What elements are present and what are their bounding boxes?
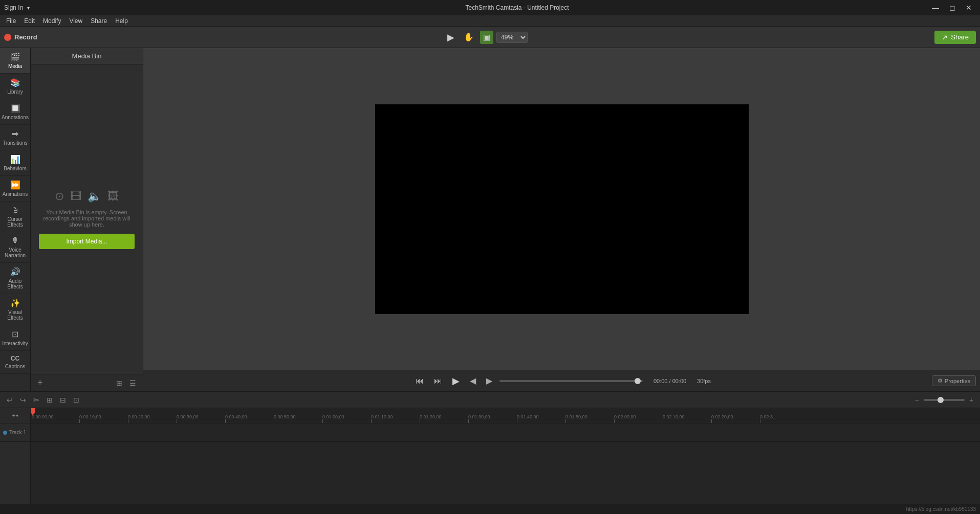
time-total: 00:00 bbox=[672, 378, 687, 384]
record-button[interactable]: Record bbox=[4, 33, 37, 41]
interactivity-icon: ⊡ bbox=[12, 329, 18, 339]
canvas-area bbox=[143, 48, 980, 370]
grid-view-button[interactable]: ⊞ bbox=[114, 378, 125, 388]
ruler-tick-1 bbox=[79, 419, 80, 423]
menu-edit[interactable]: Edit bbox=[20, 16, 39, 26]
menu-file[interactable]: File bbox=[2, 16, 20, 26]
track-name-body: Track 1 bbox=[0, 423, 30, 504]
prev-frame-button[interactable]: ◀ bbox=[467, 374, 479, 388]
sidebar-label-library: Library bbox=[7, 89, 23, 95]
ruler-label-5: 0:00:50;00 bbox=[274, 414, 296, 419]
ruler-container: 0:00:00;00 0:00:10;00 0:00:20;00 0:00:30… bbox=[31, 408, 980, 423]
ruler-tick-5 bbox=[274, 419, 274, 423]
media-icon: 🎬 bbox=[10, 52, 20, 62]
view-toggle: ⊞ ☰ bbox=[114, 378, 139, 388]
annotations-icon: 🔲 bbox=[10, 103, 20, 113]
record-media-icon: ⊙ bbox=[55, 190, 64, 203]
menubar: File Edit Modify View Share Help bbox=[0, 15, 980, 27]
close-button[interactable]: ✕ bbox=[962, 3, 976, 13]
step-forward-button[interactable]: ⏭ bbox=[431, 374, 445, 388]
next-frame-button[interactable]: ▶ bbox=[483, 374, 495, 388]
add-track-button[interactable]: + bbox=[12, 412, 15, 419]
ruler-tick-9 bbox=[468, 419, 469, 423]
rewind-button[interactable]: ⏮ bbox=[412, 374, 427, 388]
sidebar-label-audio-effects: Audio Effects bbox=[2, 278, 28, 289]
sidebar-item-voice-narration[interactable]: 🎙 Voice Narration bbox=[0, 232, 30, 263]
sidebar-label-transitions: Transitions bbox=[3, 140, 28, 146]
sidebar-item-cursor-effects[interactable]: 🖱 Cursor Effects bbox=[0, 202, 30, 232]
sidebar: 🎬 Media 📚 Library 🔲 Annotations ➡ Transi… bbox=[0, 48, 31, 391]
record-label: Record bbox=[14, 33, 37, 41]
transitions-icon: ➡ bbox=[12, 129, 18, 139]
undo-button[interactable]: ↩ bbox=[4, 395, 15, 405]
properties-button[interactable]: ⚙ Properties bbox=[932, 375, 976, 386]
expand-tracks-button[interactable]: ▾ bbox=[16, 413, 18, 418]
sidebar-item-library[interactable]: 📚 Library bbox=[0, 74, 30, 99]
list-view-button[interactable]: ☰ bbox=[127, 378, 139, 388]
restore-button[interactable]: ◻ bbox=[945, 3, 960, 13]
copy-button[interactable]: ⊞ bbox=[44, 395, 55, 405]
sidebar-label-interactivity: Interactivity bbox=[2, 341, 28, 346]
sidebar-item-annotations[interactable]: 🔲 Annotations bbox=[0, 99, 30, 125]
zoom-out-button[interactable]: − bbox=[912, 395, 922, 405]
share-button[interactable]: ↗ Share bbox=[934, 31, 976, 44]
time-display: 00:00 / 00:00 bbox=[647, 378, 693, 384]
menu-share[interactable]: Share bbox=[86, 16, 111, 26]
track-labels: + ▾ Track 1 bbox=[0, 408, 31, 504]
zoom-select[interactable]: 49% 25% 50% 75% 100% bbox=[496, 32, 528, 43]
time-current: 00:00 bbox=[654, 378, 668, 384]
captions-icon: CC bbox=[11, 355, 19, 362]
ruler-label-15: 0:02:3... bbox=[760, 414, 777, 419]
ruler-tick-13 bbox=[663, 419, 663, 423]
track-row-1 bbox=[31, 423, 980, 442]
visual-effects-icon: ✨ bbox=[10, 298, 20, 308]
sidebar-item-behaviors[interactable]: 📊 Behaviors bbox=[0, 150, 30, 176]
voice-narration-icon: 🎙 bbox=[11, 236, 19, 245]
sidebar-item-interactivity[interactable]: ⊡ Interactivity bbox=[0, 325, 30, 351]
paste-button[interactable]: ⊟ bbox=[57, 395, 69, 405]
media-panel: Media Bin ⊙ 🎞 🔈 🖼 Your Media Bin is empt… bbox=[31, 48, 143, 391]
menu-modify[interactable]: Modify bbox=[39, 16, 65, 26]
sidebar-item-visual-effects[interactable]: ✨ Visual Effects bbox=[0, 294, 30, 325]
ruler-label-4: 0:00:40;00 bbox=[225, 414, 247, 419]
sidebar-item-transitions[interactable]: ➡ Transitions bbox=[0, 125, 30, 150]
minimize-button[interactable]: — bbox=[928, 3, 943, 13]
play-button[interactable]: ▶ bbox=[449, 373, 463, 389]
cut-button[interactable]: ✂ bbox=[31, 395, 42, 405]
more-button[interactable]: ⊡ bbox=[71, 395, 82, 405]
sidebar-item-captions[interactable]: CC Captions bbox=[0, 351, 30, 374]
import-media-button[interactable]: Import Media... bbox=[39, 234, 135, 249]
track-color-dot bbox=[3, 431, 7, 435]
redo-button[interactable]: ↪ bbox=[17, 395, 29, 405]
sidebar-item-media[interactable]: 🎬 Media bbox=[0, 48, 30, 74]
hand-tool-button[interactable]: ✋ bbox=[461, 30, 477, 44]
zoom-control: − + bbox=[912, 395, 976, 405]
titlebar: Sign In ▾ TechSmith Camtasia - Untitled … bbox=[0, 0, 980, 15]
settings-icon: ⚙ bbox=[938, 377, 943, 384]
main-layout: 🎬 Media 📚 Library 🔲 Annotations ➡ Transi… bbox=[0, 48, 980, 391]
timeline-toolbar: ↩ ↪ ✂ ⊞ ⊟ ⊡ − + bbox=[0, 392, 980, 408]
record-icon bbox=[4, 34, 11, 41]
add-media-button[interactable]: + bbox=[35, 376, 46, 389]
ruler-tick-15 bbox=[760, 419, 760, 423]
progress-bar[interactable] bbox=[499, 380, 643, 382]
sidebar-item-audio-effects[interactable]: 🔊 Audio Effects bbox=[0, 263, 30, 294]
ruler-label-3: 0:00:30;00 bbox=[177, 414, 199, 419]
preview-area: ⏮ ⏭ ▶ ◀ ▶ 00:00 / 00:00 30fps ⚙ Properti… bbox=[143, 48, 980, 391]
toolbar: Record ▶ ✋ ▣ 49% 25% 50% 75% 100% ↗ Shar… bbox=[0, 27, 980, 48]
zoom-in-button[interactable]: + bbox=[967, 395, 976, 405]
sidebar-item-animations[interactable]: ⏩ Animations bbox=[0, 176, 30, 202]
menu-view[interactable]: View bbox=[65, 16, 86, 26]
ruler-tick-10 bbox=[517, 419, 517, 423]
track-row-label: Track 1 bbox=[0, 423, 30, 442]
frame-tool-button[interactable]: ▣ bbox=[480, 31, 493, 44]
select-tool-button[interactable]: ▶ bbox=[444, 30, 458, 45]
menu-help[interactable]: Help bbox=[111, 16, 132, 26]
playback-center: ⏮ ⏭ ▶ ◀ ▶ 00:00 / 00:00 30fps bbox=[143, 373, 980, 389]
ruler-label-7: 0:01:10;00 bbox=[371, 414, 393, 419]
progress-handle[interactable] bbox=[635, 378, 641, 384]
ruler-label-6: 0:01:00;00 bbox=[322, 414, 344, 419]
signin-button[interactable]: Sign In bbox=[4, 4, 23, 11]
zoom-slider[interactable] bbox=[924, 399, 965, 401]
timeline: ↩ ↪ ✂ ⊞ ⊟ ⊡ − + + ▾ Track 1 bbox=[0, 391, 980, 504]
